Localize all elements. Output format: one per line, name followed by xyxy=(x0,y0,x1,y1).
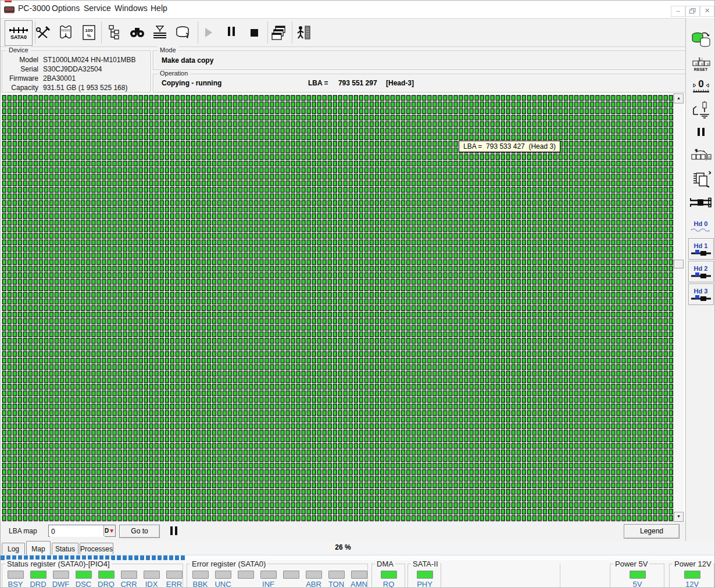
menu-help[interactable]: Help xyxy=(151,3,167,13)
error-register-group: Error register (SATA0) BBK UNC INF ABR T… xyxy=(187,564,368,588)
power5-title: Power 5V xyxy=(613,560,649,568)
mode-panel-title: Mode xyxy=(158,46,178,53)
led-abr xyxy=(306,571,322,579)
led-idx xyxy=(144,571,160,579)
pause-icon[interactable] xyxy=(222,23,241,42)
operation-lba: LBA = 793 551 297 [Head-3] xyxy=(308,79,414,87)
play-icon[interactable] xyxy=(199,23,218,42)
led-inf xyxy=(260,571,277,579)
led-dsc xyxy=(76,571,92,579)
scroll-down-button[interactable]: ▼ xyxy=(674,512,684,522)
device-panel-title: Device xyxy=(6,46,31,53)
operation-status: Copying - running xyxy=(162,79,221,87)
led-ton xyxy=(328,571,345,579)
reset-icon[interactable]: 1↓000 RESET xyxy=(688,53,714,74)
status-register-title: Status register (SATA0)-[PIO4] xyxy=(5,560,112,568)
power12-group: Power 12V 12V xyxy=(669,564,714,588)
device-capacity-value: 931.51 GB (1 953 525 168) xyxy=(43,84,127,92)
dma-title: DMA xyxy=(375,560,395,568)
lba-dropdown-button[interactable]: D▼ xyxy=(103,525,115,536)
merge-funnel-icon[interactable] xyxy=(151,23,169,42)
close-button[interactable]: ✕ xyxy=(700,6,714,17)
heads-config-icon[interactable] xyxy=(688,192,714,213)
power12-title: Power 12V xyxy=(673,560,713,568)
restore-button[interactable] xyxy=(685,6,700,17)
map-scrollbar[interactable]: ▲ ▼ xyxy=(673,94,684,522)
device-model-label: Model xyxy=(2,56,38,64)
head-1-button[interactable]: Hd 1 xyxy=(688,238,714,260)
sector-counter-icon[interactable]: ✱0 xyxy=(688,146,714,167)
led-phy xyxy=(417,571,433,579)
lba-map-label: LBA map xyxy=(9,527,37,535)
led-amn xyxy=(351,571,367,579)
divider xyxy=(560,564,560,588)
operation-panel: Operation Copying - running LBA = 793 55… xyxy=(153,74,687,92)
write-test-icon[interactable] xyxy=(688,99,714,120)
led-dwf xyxy=(53,571,69,579)
database-copy-icon[interactable] xyxy=(174,23,192,42)
tree-icon[interactable] xyxy=(106,23,124,42)
scroll-thumb[interactable] xyxy=(674,260,684,268)
menu-pc3000[interactable]: PC-3000 xyxy=(18,3,50,13)
sata2-group: SATA-II PHY xyxy=(407,564,441,588)
head-2-icon xyxy=(691,272,712,279)
percent-page-icon[interactable]: 100% xyxy=(80,23,98,42)
device-model-value: ST1000LM024 HN-M101MBB xyxy=(43,56,135,64)
stop-icon[interactable] xyxy=(245,23,263,42)
menu-service[interactable]: Service xyxy=(84,3,111,13)
head-1-icon xyxy=(691,249,712,256)
svg-text:✱: ✱ xyxy=(695,149,698,152)
sector-map-grid[interactable] xyxy=(2,95,674,523)
led-rq xyxy=(381,571,397,579)
head-3-button[interactable]: Hd 3 xyxy=(688,284,714,305)
device-serial-label: Serial xyxy=(2,65,38,73)
pause-indicator-icon[interactable] xyxy=(688,123,714,144)
head-3-icon xyxy=(691,295,712,302)
device-firmware-label: Firmware xyxy=(2,74,38,83)
device-capacity-label: Capacity xyxy=(2,84,38,92)
head-0-button[interactable]: Hd 0 xyxy=(688,216,714,237)
operation-panel-title: Operation xyxy=(158,70,190,77)
cascade-windows-icon[interactable] xyxy=(270,23,288,42)
svg-text:i: i xyxy=(65,31,66,38)
disk-app-icon xyxy=(4,6,15,14)
led-err xyxy=(166,571,183,579)
tab-map[interactable]: Map xyxy=(26,541,51,555)
map-control-bar: LBA map D▼ Go to Legend xyxy=(1,522,685,542)
status-register-group: Status register (SATA0)-[PIO4] BSY DRD D… xyxy=(2,564,183,588)
close-copies-icon[interactable]: ✕ xyxy=(688,169,714,190)
zero-position-icon[interactable]: 0 xyxy=(688,76,714,97)
sector-map[interactable]: LBA = 793 533 427 (Head 3) ▲ ▼ xyxy=(1,94,685,522)
led-5v xyxy=(630,571,646,579)
minimize-button[interactable]: – xyxy=(671,6,685,17)
running-pause-indicator xyxy=(169,526,178,537)
legend-button[interactable]: Legend xyxy=(624,524,680,539)
script-info-icon[interactable]: OIIOIi xyxy=(56,23,75,42)
led-12v xyxy=(684,571,700,579)
tools-icon[interactable] xyxy=(34,23,53,42)
exit-icon[interactable] xyxy=(294,23,313,42)
data-copy-icon[interactable] xyxy=(688,30,714,51)
main-toolbar: SATA0 OIIOIi 100% xyxy=(1,18,685,47)
led-drd xyxy=(30,571,47,579)
menubar: PC-3000 Options Service Windows Help – ✕ xyxy=(1,1,715,19)
lba-tooltip: LBA = 793 533 427 (Head 3) xyxy=(459,141,560,152)
head-2-button[interactable]: Hd 2 xyxy=(688,261,714,282)
mode-panel: Mode Make data copy xyxy=(153,51,687,70)
led-crr xyxy=(121,571,137,579)
led-blank2 xyxy=(283,571,299,579)
search-binoculars-icon[interactable] xyxy=(128,23,146,42)
lba-input[interactable] xyxy=(50,526,105,537)
menu-windows[interactable]: Windows xyxy=(115,3,148,13)
menu-options[interactable]: Options xyxy=(52,3,80,13)
scroll-up-button[interactable]: ▲ xyxy=(674,94,684,103)
head-0-icon xyxy=(691,227,712,233)
sata-port-button[interactable]: SATA0 xyxy=(5,20,33,46)
led-drq xyxy=(98,571,115,579)
goto-button[interactable]: Go to xyxy=(119,525,160,538)
svg-text:%: % xyxy=(87,33,91,38)
lba-input-wrap: D▼ xyxy=(48,525,116,537)
led-bsy xyxy=(8,571,24,579)
tab-bar: Log Map Status Processes 26 % xyxy=(1,541,715,555)
device-firmware-value: 2BA30001 xyxy=(43,74,76,83)
